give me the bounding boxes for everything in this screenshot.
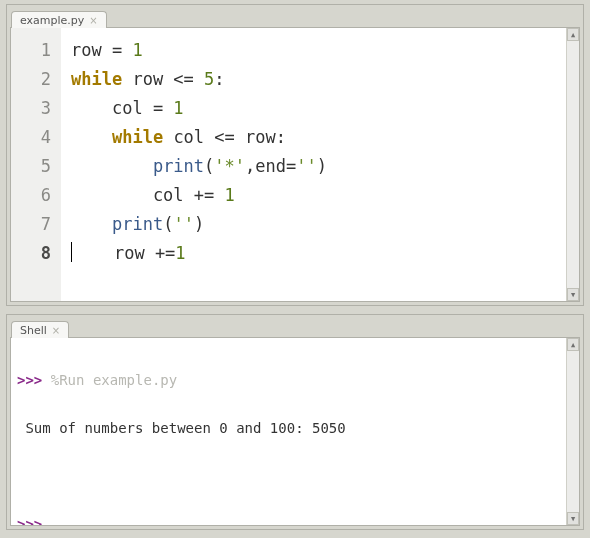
scroll-up-icon[interactable]: ▲ xyxy=(567,28,579,41)
line-number: 3 xyxy=(17,94,51,123)
line-number: 5 xyxy=(17,152,51,181)
shell-run-cmd: %Run example.py xyxy=(51,372,177,388)
line-number: 6 xyxy=(17,181,51,210)
editor-tab[interactable]: example.py × xyxy=(11,11,107,28)
shell-scrollbar[interactable]: ▲ ▼ xyxy=(566,338,579,525)
shell-tab-label: Shell xyxy=(20,324,47,337)
code-line[interactable]: row = 1 xyxy=(71,36,562,65)
shell-blank-line xyxy=(17,464,562,488)
code-line[interactable]: print('') xyxy=(71,210,562,239)
scroll-down-icon[interactable]: ▼ xyxy=(567,512,579,525)
code-line[interactable]: col = 1 xyxy=(71,94,562,123)
scroll-down-icon[interactable]: ▼ xyxy=(567,288,579,301)
line-number: 7 xyxy=(17,210,51,239)
caret xyxy=(71,242,72,262)
editor-scrollbar[interactable]: ▲ ▼ xyxy=(566,28,579,301)
code-line[interactable]: col += 1 xyxy=(71,181,562,210)
line-number: 8 xyxy=(17,239,51,268)
editor-panel: example.py × 12345678 row = 1while row <… xyxy=(6,4,584,306)
shell-tab[interactable]: Shell × xyxy=(11,321,69,338)
shell-content[interactable]: >>> %Run example.py Sum of numbers betwe… xyxy=(10,337,580,526)
line-number-gutter: 12345678 xyxy=(11,28,61,301)
shell-prompt-line[interactable]: >>> xyxy=(17,512,562,526)
code-line[interactable]: while col <= row: xyxy=(71,123,562,152)
close-icon[interactable]: × xyxy=(89,16,97,26)
line-number: 4 xyxy=(17,123,51,152)
shell-prompt: >>> xyxy=(17,372,42,388)
shell-panel: Shell × >>> %Run example.py Sum of numbe… xyxy=(6,314,584,530)
scroll-up-icon[interactable]: ▲ xyxy=(567,338,579,351)
close-icon[interactable]: × xyxy=(52,326,60,336)
shell-tabbar: Shell × xyxy=(7,315,583,338)
shell-run-line: >>> %Run example.py xyxy=(17,368,562,392)
shell-output-area[interactable]: >>> %Run example.py Sum of numbers betwe… xyxy=(11,338,566,525)
editor-tabbar: example.py × xyxy=(7,5,583,28)
code-line[interactable]: row +=1 xyxy=(71,239,562,268)
line-number: 1 xyxy=(17,36,51,65)
line-number: 2 xyxy=(17,65,51,94)
code-area[interactable]: row = 1while row <= 5: col = 1 while col… xyxy=(61,28,566,301)
code-line[interactable]: while row <= 5: xyxy=(71,65,562,94)
shell-output-line: Sum of numbers between 0 and 100: 5050 xyxy=(17,416,562,440)
shell-prompt: >>> xyxy=(17,516,42,526)
editor-content[interactable]: 12345678 row = 1while row <= 5: col = 1 … xyxy=(10,27,580,302)
code-line[interactable]: print('*',end='') xyxy=(71,152,562,181)
editor-tab-label: example.py xyxy=(20,14,84,27)
